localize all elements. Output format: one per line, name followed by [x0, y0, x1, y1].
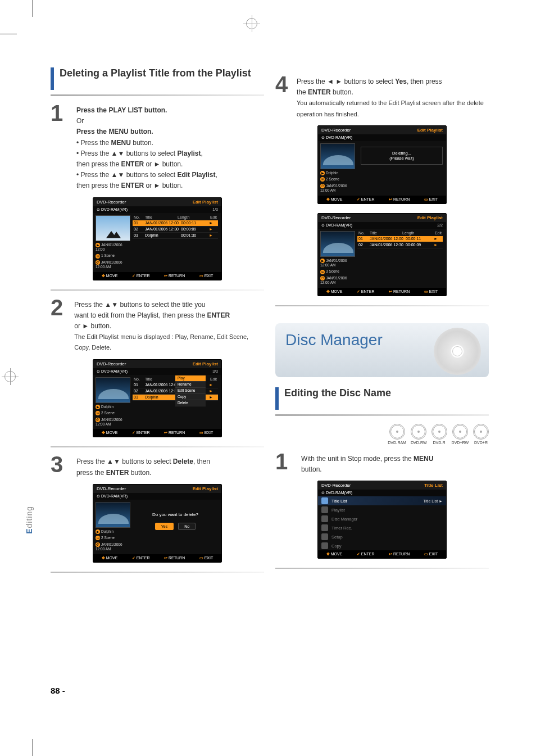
context-menu[interactable]: PlayRenameEdit SceneCopyDelete — [175, 375, 206, 406]
heading-accent-bar — [51, 67, 54, 90]
menu-item[interactable]: Copy — [318, 541, 446, 550]
menu-item[interactable]: Disc Manager — [318, 514, 446, 523]
context-menu-item[interactable]: Rename — [175, 382, 206, 388]
osd-main-menu: DVD-RecorderTitle List ⊙ DVD-RAM(VR) Tit… — [317, 481, 447, 559]
divider — [51, 446, 264, 447]
context-menu-item[interactable]: Delete — [175, 400, 206, 406]
disc-icon — [434, 328, 481, 375]
disc-type-icon: DVD+R — [473, 424, 489, 445]
menu-item[interactable]: Setup — [318, 532, 446, 541]
context-menu-item[interactable]: Copy — [175, 394, 206, 400]
thumbnail — [96, 377, 130, 403]
step-number: 1 — [51, 104, 70, 122]
osd-edit-playlist-1: DVD-RecorderEdit Playlist ⊙ DVD-RAM(VR)1… — [93, 197, 222, 280]
heading-accent-bar — [275, 387, 279, 410]
disc-manager-banner: Disc Manager — [275, 323, 489, 377]
divider — [51, 289, 264, 291]
step-number: 2 — [51, 298, 67, 316]
context-menu-item[interactable]: Play — [175, 375, 206, 382]
divider — [275, 414, 489, 416]
disc-type-icon: DVD-R — [431, 424, 447, 445]
context-menu-item[interactable]: Edit Scene — [175, 388, 206, 394]
osd-edit-playlist-after: DVD-RecorderEdit Playlist ⊙ DVD-RAM(VR)2… — [317, 213, 447, 296]
step-text: Press the ▲▼ buttons to select the title… — [74, 298, 264, 354]
step-number: 3 — [51, 455, 70, 473]
side-tab: Editing — [25, 506, 34, 534]
status-text: Deleting... — [367, 151, 437, 156]
status-subtext: (Please wait) — [367, 156, 437, 161]
menu-item[interactable]: Playlist — [318, 505, 446, 514]
dialog-text: Do you want to delete? — [137, 512, 214, 517]
section-title: Editing the Disc Name — [284, 387, 391, 400]
list-row[interactable]: 01JAN/01/2006 12:0000:00:11► — [357, 236, 443, 242]
thumbnail — [320, 143, 355, 169]
section-heading: Deleting a Playlist Title from the Playl… — [51, 67, 264, 90]
disc-type-icon: DVD-RW — [411, 424, 427, 445]
disc-type-icons: DVD-RAMDVD-RWDVD-RDVD+RWDVD+R — [275, 424, 489, 445]
list-row[interactable]: 02JAN/01/2006 12:3000:00:09► — [133, 227, 218, 233]
list-row[interactable]: 01JAN/01/2006 12:0000:00:11► — [133, 220, 218, 227]
menu-item[interactable]: Title ListTitle List ► — [318, 496, 446, 505]
thumbnail — [320, 231, 355, 257]
thumbnail — [96, 215, 130, 241]
step-text: With the unit in Stop mode, press the ME… — [301, 452, 433, 475]
divider — [275, 568, 489, 569]
menu-item[interactable]: Timer Rec. — [318, 523, 446, 532]
step-4: 4 Press the ◄ ► buttons to select Yes, t… — [275, 75, 489, 120]
divider — [51, 94, 264, 96]
section-title: Deleting a Playlist Title from the Playl… — [60, 67, 251, 80]
osd-deleting-progress: DVD-RecorderEdit Playlist ⊙ DVD-RAM(VR) … — [317, 125, 447, 204]
disc-type-icon: DVD-RAM — [388, 424, 406, 445]
list-row[interactable]: 02JAN/01/2006 12:3000:00:09► — [357, 242, 443, 248]
step-1: 1 Press the PLAY LIST button. Or Press t… — [51, 104, 264, 192]
divider — [275, 305, 489, 306]
no-button[interactable]: No — [178, 523, 196, 530]
thumbnail — [96, 502, 130, 528]
section-heading: Editing the Disc Name — [275, 387, 489, 410]
step-text: Press the PLAY LIST button. Or Press the… — [76, 104, 217, 192]
list-row[interactable]: 03Dolphin00:01:30► — [133, 233, 218, 239]
osd-edit-playlist-2: DVD-RecorderEdit Playlist ⊙ DVD-RAM(VR)3… — [93, 359, 222, 438]
divider — [51, 572, 264, 573]
osd-delete-confirm: DVD-RecorderEdit Playlist ⊙ DVD-RAM(VR) … — [93, 484, 222, 563]
page-number: 88 - — [51, 686, 65, 695]
step-number: 1 — [275, 452, 294, 470]
yes-button[interactable]: Yes — [155, 523, 174, 530]
step-3: 3 Press the ▲▼ buttons to select Delete,… — [51, 455, 264, 478]
dm-step-1: 1 With the unit in Stop mode, press the … — [275, 452, 489, 475]
step-text: Press the ◄ ► buttons to select Yes, the… — [297, 75, 489, 120]
step-2: 2 Press the ▲▼ buttons to select the tit… — [51, 298, 264, 354]
step-number: 4 — [275, 75, 290, 93]
step-text: Press the ▲▼ buttons to select Delete, t… — [76, 455, 210, 478]
disc-type-icon: DVD+RW — [452, 424, 469, 445]
